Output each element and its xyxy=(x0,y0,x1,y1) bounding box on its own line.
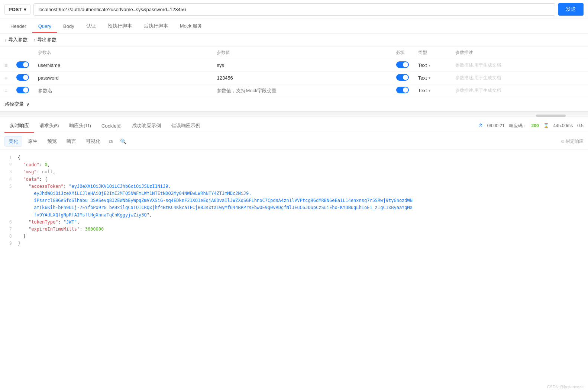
section-divider xyxy=(0,111,588,114)
tab-header[interactable]: Header xyxy=(4,20,32,33)
response-toolbar: 美化 原生 预览 断言 可视化 ⧉ 🔍 ⊙ 绑定响应 xyxy=(0,133,588,150)
param-toggle-0[interactable] xyxy=(16,61,29,68)
send-button[interactable]: 发送 xyxy=(558,3,584,16)
url-input[interactable] xyxy=(33,3,555,16)
param-value-input-1[interactable] xyxy=(217,75,387,81)
top-bar: POST ▾ 发送 xyxy=(0,0,588,19)
request-tabs: Header Query Body 认证 预执行脚本 后执行脚本 Mock 服务 xyxy=(0,19,588,33)
tab-response-headers[interactable]: 响应头(11) xyxy=(64,119,96,133)
view-btn-visual[interactable]: 可视化 xyxy=(82,136,104,147)
path-variables-chevron: ∨ xyxy=(26,102,30,107)
param-toggle-2[interactable] xyxy=(16,87,29,93)
type-label-0: Text xyxy=(418,62,427,68)
copy-icon[interactable]: ⧉ xyxy=(106,137,116,146)
path-variables-section[interactable]: 路径变量 ∨ xyxy=(0,97,588,111)
search-icon[interactable]: 🔍 xyxy=(117,137,129,146)
tab-post-script[interactable]: 后执行脚本 xyxy=(138,19,174,33)
table-row: ≡ Text ▾ 参数描述,用于生成文档 xyxy=(0,72,588,84)
table-row: ≡ Text ▾ 参数描述,用于生成文档 xyxy=(0,59,588,72)
response-tabs: 实时响应 请求头(5) 响应头(11) Cookie(0) 成功响应示例 错误响… xyxy=(0,119,588,133)
tab-success-example[interactable]: 成功响应示例 xyxy=(127,119,166,133)
type-select-2[interactable]: Text ▾ xyxy=(418,88,446,93)
param-toggle-1[interactable] xyxy=(16,74,29,81)
params-table: 参数名 参数值 必填 类型 参数描述 ≡ Text ▾ 参数描述,用于生成文档 … xyxy=(0,46,588,97)
status-label: 响应码： xyxy=(509,123,527,129)
json-line-3: 3 "msg": null, xyxy=(4,168,584,176)
bind-response-btn[interactable]: ⊙ 绑定响应 xyxy=(561,138,584,145)
json-line-4: 4 "data": { xyxy=(4,176,584,183)
type-chevron-1: ▾ xyxy=(429,76,430,80)
param-name-input-0[interactable] xyxy=(38,62,208,68)
scrollbar-area[interactable] xyxy=(0,114,588,117)
view-btn-beautify[interactable]: 美化 xyxy=(4,136,22,147)
tab-request-headers[interactable]: 请求头(5) xyxy=(34,119,64,133)
tab-query[interactable]: Query xyxy=(32,20,57,33)
type-chevron-2: ▾ xyxy=(429,89,430,93)
extra-info: 0.5 xyxy=(577,123,584,128)
tab-auth[interactable]: 认证 xyxy=(80,19,102,33)
param-value-input-2[interactable] xyxy=(217,88,387,93)
type-label-1: Text xyxy=(418,75,427,81)
param-required-toggle-2[interactable] xyxy=(396,87,409,93)
param-name-input-1[interactable] xyxy=(38,75,208,81)
method-label: POST xyxy=(9,7,22,12)
json-line-7: 7 "expireInTimeMills": 3600000 xyxy=(4,226,584,233)
type-label-2: Text xyxy=(418,88,427,93)
json-line-5: 5 "accessToken": "eyJ0eXAiOiJKV1QiLCJhbG… xyxy=(4,183,584,219)
type-select-0[interactable]: Text ▾ xyxy=(418,62,446,68)
duration: 445.00ms xyxy=(553,123,573,128)
status-code: 200 xyxy=(532,123,539,128)
param-value-input-0[interactable] xyxy=(217,62,387,68)
drag-handle[interactable]: ≡ xyxy=(4,75,7,81)
path-variables-label: 路径变量 xyxy=(4,101,24,107)
method-chevron: ▾ xyxy=(24,7,26,12)
type-chevron-0: ▾ xyxy=(429,63,430,67)
param-required-toggle-1[interactable] xyxy=(396,74,409,81)
export-btn[interactable]: ↑ 导出参数 xyxy=(33,36,56,43)
json-response-area[interactable]: 1 { 2 "code": 0, 3 "msg": null, 4 "data"… xyxy=(0,150,588,251)
json-line-9: 9 } xyxy=(4,240,584,247)
tab-realtime-response[interactable]: 实时响应 xyxy=(4,119,34,133)
view-btn-preview[interactable]: 预览 xyxy=(43,136,61,147)
table-row: ≡ Text ▾ 参数描述,用于生成文档 xyxy=(0,84,588,97)
view-btn-assert[interactable]: 断言 xyxy=(62,136,80,147)
view-btn-raw[interactable]: 原生 xyxy=(24,136,42,147)
response-time: 09:00:21 xyxy=(487,123,505,128)
json-line-6: 6 "tokenType": "JWT", xyxy=(4,219,584,226)
tab-mock[interactable]: Mock 服务 xyxy=(174,19,209,33)
type-select-1[interactable]: Text ▾ xyxy=(418,75,446,81)
tab-body[interactable]: Body xyxy=(57,20,80,33)
tab-pre-script[interactable]: 预执行脚本 xyxy=(102,19,138,33)
col-required: 必填 xyxy=(391,46,414,59)
drag-handle[interactable]: ≡ xyxy=(4,62,7,68)
json-line-8: 8 } xyxy=(4,233,584,240)
json-line-1: 1 { xyxy=(4,154,584,161)
param-required-toggle-0[interactable] xyxy=(396,61,409,68)
time-icon: ⏱ xyxy=(478,123,483,128)
method-select[interactable]: POST ▾ xyxy=(4,4,30,15)
col-param-value: 参数值 xyxy=(212,46,391,59)
col-param-name: 参数名 xyxy=(33,46,212,59)
param-desc-0: 参数描述,用于生成文档 xyxy=(455,62,501,68)
scrollbar-thumb[interactable] xyxy=(536,115,566,117)
response-meta: ⏱ 09:00:21 响应码： 200 ⌛ 445.00ms 0.5 xyxy=(478,123,584,129)
col-description: 参数描述 xyxy=(451,46,588,59)
json-line-2: 2 "code": 0, xyxy=(4,161,584,168)
col-type: 类型 xyxy=(414,46,451,59)
param-name-input-2[interactable] xyxy=(38,88,208,93)
import-btn[interactable]: ↓ 导入参数 xyxy=(4,36,28,43)
tab-error-example[interactable]: 错误响应示例 xyxy=(166,119,206,133)
duration-icon: ⌛ xyxy=(543,123,549,128)
drag-handle[interactable]: ≡ xyxy=(4,88,7,94)
import-export-bar: ↓ 导入参数 ↑ 导出参数 xyxy=(0,33,588,46)
param-desc-2: 参数描述,用于生成文档 xyxy=(455,88,501,93)
tab-cookie[interactable]: Cookie(0) xyxy=(96,119,127,132)
param-desc-1: 参数描述,用于生成文档 xyxy=(455,75,501,80)
